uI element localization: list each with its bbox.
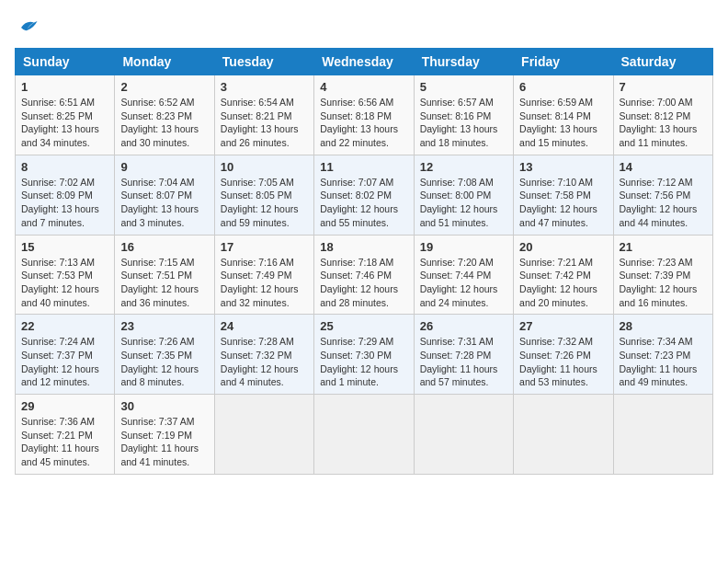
day-info: Sunrise: 6:57 AM Sunset: 8:16 PM Dayligh… xyxy=(420,96,507,150)
day-cell: 4Sunrise: 6:56 AM Sunset: 8:18 PM Daylig… xyxy=(314,75,414,155)
day-info: Sunrise: 7:37 AM Sunset: 7:19 PM Dayligh… xyxy=(120,415,208,469)
day-cell: 19Sunrise: 7:20 AM Sunset: 7:44 PM Dayli… xyxy=(414,235,513,315)
day-info: Sunrise: 7:00 AM Sunset: 8:12 PM Dayligh… xyxy=(620,96,707,150)
day-cell: 23Sunrise: 7:26 AM Sunset: 7:35 PM Dayli… xyxy=(115,315,214,395)
day-info: Sunrise: 6:56 AM Sunset: 8:18 PM Dayligh… xyxy=(320,96,407,150)
day-number: 11 xyxy=(320,160,407,174)
day-info: Sunrise: 6:52 AM Sunset: 8:23 PM Dayligh… xyxy=(120,96,208,150)
day-info: Sunrise: 7:05 AM Sunset: 8:05 PM Dayligh… xyxy=(221,176,308,230)
day-number: 24 xyxy=(221,319,308,333)
day-info: Sunrise: 7:15 AM Sunset: 7:51 PM Dayligh… xyxy=(120,256,208,310)
day-info: Sunrise: 7:36 AM Sunset: 7:21 PM Dayligh… xyxy=(21,415,108,469)
day-number: 29 xyxy=(21,399,108,413)
day-cell xyxy=(613,395,712,475)
day-info: Sunrise: 7:02 AM Sunset: 8:09 PM Dayligh… xyxy=(21,176,108,230)
day-cell: 13Sunrise: 7:10 AM Sunset: 7:58 PM Dayli… xyxy=(514,155,613,235)
day-number: 21 xyxy=(620,240,707,254)
day-cell: 11Sunrise: 7:07 AM Sunset: 8:02 PM Dayli… xyxy=(314,155,414,235)
day-number: 26 xyxy=(420,319,507,333)
calendar-header-row: SundayMondayTuesdayWednesdayThursdayFrid… xyxy=(16,49,713,75)
day-cell: 16Sunrise: 7:15 AM Sunset: 7:51 PM Dayli… xyxy=(115,235,214,315)
day-number: 18 xyxy=(320,240,407,254)
day-info: Sunrise: 7:04 AM Sunset: 8:07 PM Dayligh… xyxy=(120,176,208,230)
day-info: Sunrise: 7:10 AM Sunset: 7:58 PM Dayligh… xyxy=(519,176,607,230)
day-info: Sunrise: 7:20 AM Sunset: 7:44 PM Dayligh… xyxy=(420,256,507,310)
day-number: 22 xyxy=(21,319,108,333)
page-container: SundayMondayTuesdayWednesdayThursdayFrid… xyxy=(15,15,713,475)
week-row-1: 1Sunrise: 6:51 AM Sunset: 8:25 PM Daylig… xyxy=(16,75,713,155)
day-cell xyxy=(514,395,613,475)
day-cell xyxy=(214,395,313,475)
header-monday: Monday xyxy=(115,49,214,75)
day-number: 2 xyxy=(120,80,208,94)
day-cell xyxy=(314,395,414,475)
day-number: 1 xyxy=(21,80,108,94)
day-cell: 14Sunrise: 7:12 AM Sunset: 7:56 PM Dayli… xyxy=(613,155,712,235)
day-info: Sunrise: 7:12 AM Sunset: 7:56 PM Dayligh… xyxy=(620,176,707,230)
day-number: 25 xyxy=(320,319,407,333)
day-cell: 17Sunrise: 7:16 AM Sunset: 7:49 PM Dayli… xyxy=(214,235,313,315)
day-info: Sunrise: 7:29 AM Sunset: 7:30 PM Dayligh… xyxy=(320,335,407,389)
day-number: 23 xyxy=(120,319,208,333)
day-number: 7 xyxy=(620,80,707,94)
day-cell: 28Sunrise: 7:34 AM Sunset: 7:23 PM Dayli… xyxy=(613,315,712,395)
day-cell: 6Sunrise: 6:59 AM Sunset: 8:14 PM Daylig… xyxy=(514,75,613,155)
day-info: Sunrise: 6:54 AM Sunset: 8:21 PM Dayligh… xyxy=(221,96,308,150)
day-number: 12 xyxy=(420,160,507,174)
day-number: 9 xyxy=(120,160,208,174)
day-cell: 21Sunrise: 7:23 AM Sunset: 7:39 PM Dayli… xyxy=(613,235,712,315)
day-cell: 9Sunrise: 7:04 AM Sunset: 8:07 PM Daylig… xyxy=(115,155,214,235)
day-number: 4 xyxy=(320,80,407,94)
day-info: Sunrise: 7:07 AM Sunset: 8:02 PM Dayligh… xyxy=(320,176,407,230)
day-cell: 27Sunrise: 7:32 AM Sunset: 7:26 PM Dayli… xyxy=(514,315,613,395)
day-cell: 25Sunrise: 7:29 AM Sunset: 7:30 PM Dayli… xyxy=(314,315,414,395)
day-cell: 18Sunrise: 7:18 AM Sunset: 7:46 PM Dayli… xyxy=(314,235,414,315)
day-number: 13 xyxy=(519,160,607,174)
day-info: Sunrise: 7:26 AM Sunset: 7:35 PM Dayligh… xyxy=(120,335,208,389)
day-number: 6 xyxy=(519,80,607,94)
day-info: Sunrise: 7:32 AM Sunset: 7:26 PM Dayligh… xyxy=(519,335,607,389)
day-number: 20 xyxy=(519,240,607,254)
day-cell: 2Sunrise: 6:52 AM Sunset: 8:23 PM Daylig… xyxy=(115,75,214,155)
header-sunday: Sunday xyxy=(16,49,115,75)
day-cell: 15Sunrise: 7:13 AM Sunset: 7:53 PM Dayli… xyxy=(16,235,115,315)
day-info: Sunrise: 7:16 AM Sunset: 7:49 PM Dayligh… xyxy=(221,256,308,310)
day-number: 5 xyxy=(420,80,507,94)
day-cell: 20Sunrise: 7:21 AM Sunset: 7:42 PM Dayli… xyxy=(514,235,613,315)
day-cell: 26Sunrise: 7:31 AM Sunset: 7:28 PM Dayli… xyxy=(414,315,513,395)
day-cell: 7Sunrise: 7:00 AM Sunset: 8:12 PM Daylig… xyxy=(613,75,712,155)
header-thursday: Thursday xyxy=(414,49,513,75)
day-number: 3 xyxy=(221,80,308,94)
day-cell: 29Sunrise: 7:36 AM Sunset: 7:21 PM Dayli… xyxy=(16,395,115,475)
day-cell: 12Sunrise: 7:08 AM Sunset: 8:00 PM Dayli… xyxy=(414,155,513,235)
day-number: 10 xyxy=(221,160,308,174)
day-cell: 10Sunrise: 7:05 AM Sunset: 8:05 PM Dayli… xyxy=(214,155,313,235)
day-cell xyxy=(414,395,513,475)
header-saturday: Saturday xyxy=(613,49,712,75)
logo-icon xyxy=(15,15,40,40)
day-number: 14 xyxy=(620,160,707,174)
day-number: 17 xyxy=(221,240,308,254)
day-info: Sunrise: 7:13 AM Sunset: 7:53 PM Dayligh… xyxy=(21,256,108,310)
day-info: Sunrise: 6:59 AM Sunset: 8:14 PM Dayligh… xyxy=(519,96,607,150)
day-info: Sunrise: 7:24 AM Sunset: 7:37 PM Dayligh… xyxy=(21,335,108,389)
day-number: 30 xyxy=(120,399,208,413)
day-cell: 3Sunrise: 6:54 AM Sunset: 8:21 PM Daylig… xyxy=(214,75,313,155)
header-tuesday: Tuesday xyxy=(214,49,313,75)
header-friday: Friday xyxy=(514,49,613,75)
day-number: 8 xyxy=(21,160,108,174)
day-number: 28 xyxy=(620,319,707,333)
day-number: 16 xyxy=(120,240,208,254)
header-wednesday: Wednesday xyxy=(314,49,414,75)
week-row-4: 22Sunrise: 7:24 AM Sunset: 7:37 PM Dayli… xyxy=(16,315,713,395)
week-row-3: 15Sunrise: 7:13 AM Sunset: 7:53 PM Dayli… xyxy=(16,235,713,315)
day-info: Sunrise: 7:31 AM Sunset: 7:28 PM Dayligh… xyxy=(420,335,507,389)
day-number: 19 xyxy=(420,240,507,254)
day-info: Sunrise: 7:18 AM Sunset: 7:46 PM Dayligh… xyxy=(320,256,407,310)
day-number: 15 xyxy=(21,240,108,254)
day-cell: 24Sunrise: 7:28 AM Sunset: 7:32 PM Dayli… xyxy=(214,315,313,395)
day-info: Sunrise: 6:51 AM Sunset: 8:25 PM Dayligh… xyxy=(21,96,108,150)
week-row-5: 29Sunrise: 7:36 AM Sunset: 7:21 PM Dayli… xyxy=(16,395,713,475)
day-info: Sunrise: 7:21 AM Sunset: 7:42 PM Dayligh… xyxy=(519,256,607,310)
day-cell: 22Sunrise: 7:24 AM Sunset: 7:37 PM Dayli… xyxy=(16,315,115,395)
